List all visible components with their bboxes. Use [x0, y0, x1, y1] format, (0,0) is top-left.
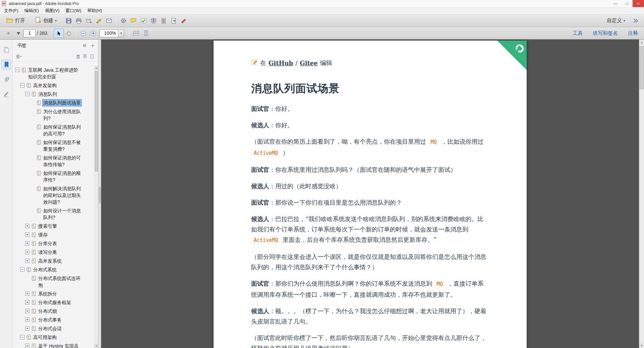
- zoom-in-button[interactable]: [88, 28, 98, 38]
- expand-icon[interactable]: +: [25, 300, 30, 304]
- panel-menu-icon[interactable]: ▾: [89, 42, 96, 49]
- hand-tool-button[interactable]: [64, 28, 74, 38]
- expand-icon[interactable]: +: [25, 318, 30, 322]
- scrollbar-thumb[interactable]: [640, 46, 644, 89]
- redact-button[interactable]: [159, 16, 169, 25]
- scroll-down-icon[interactable]: ▼: [639, 343, 644, 348]
- zoom-dropdown-button[interactable]: ▾: [118, 29, 124, 37]
- splitter-grip[interactable]: [99, 187, 101, 203]
- protect-button[interactable]: [149, 16, 159, 25]
- sign-button[interactable]: [94, 16, 104, 25]
- tools-tab[interactable]: 工具: [573, 30, 583, 37]
- scroll-up-icon[interactable]: ▲: [95, 66, 98, 70]
- document-scrollbar[interactable]: ▲ ▼: [639, 40, 644, 348]
- collapse-icon[interactable]: −: [20, 83, 24, 87]
- bookmark-item[interactable]: +基于 Hystrix 实现高可用: [12, 342, 94, 348]
- collapse-icon[interactable]: −: [25, 92, 30, 96]
- bookmark-item[interactable]: 分布式系统面试连环炮: [12, 274, 94, 289]
- bookmark-item[interactable]: +缓存: [12, 230, 94, 239]
- expand-icon[interactable]: +: [25, 291, 30, 296]
- bookmark-item[interactable]: −高可用架构: [12, 333, 94, 342]
- print-button[interactable]: [74, 16, 84, 25]
- zoom-level-value[interactable]: 100%: [100, 29, 118, 37]
- expand-icon[interactable]: +: [25, 232, 30, 237]
- comment-tab[interactable]: 注释: [628, 30, 638, 37]
- bookmark-item[interactable]: +系统拆分: [12, 289, 94, 298]
- bookmark-item[interactable]: +高并发系统: [12, 257, 94, 265]
- expand-icon[interactable]: +: [25, 250, 30, 254]
- bookmark-item[interactable]: 如何解决消息队列的延时以及过期失效问题?: [12, 184, 94, 206]
- expand-icon[interactable]: +: [25, 241, 30, 246]
- customize-button[interactable]: 自定义 ▾: [604, 16, 628, 25]
- page-number-input[interactable]: [23, 29, 36, 37]
- collapse-panel-icon[interactable]: [81, 42, 88, 49]
- edit-button[interactable]: [179, 16, 189, 25]
- create-button[interactable]: 创建 ▾: [32, 15, 59, 26]
- expand-icon[interactable]: +: [25, 224, 30, 228]
- signatures-panel-button[interactable]: [1, 89, 11, 99]
- expand-icon[interactable]: +: [25, 309, 30, 313]
- bookmark-item[interactable]: +分布式事务: [12, 316, 94, 324]
- scroll-down-icon[interactable]: ▼: [95, 344, 98, 348]
- open-button[interactable]: 打开: [3, 16, 28, 25]
- menu-window[interactable]: 窗口(W): [62, 7, 84, 14]
- menu-file[interactable]: 文件(F): [1, 7, 21, 14]
- page-thumbnails-button[interactable]: [1, 45, 11, 55]
- menu-view[interactable]: 视图(V): [42, 7, 62, 14]
- previous-page-button[interactable]: [3, 28, 13, 38]
- gitee-link[interactable]: Gitee: [300, 60, 317, 67]
- bookmark-item[interactable]: 如何保证消息的顺序性?: [12, 169, 94, 184]
- maximize-button[interactable]: □: [621, 0, 633, 7]
- settings-button[interactable]: [118, 16, 128, 25]
- comment-button[interactable]: [128, 16, 138, 25]
- minimize-button[interactable]: —: [610, 0, 621, 7]
- bookmark-item[interactable]: +搜索引擎: [12, 222, 94, 230]
- bookmark-item[interactable]: 如何保证消息队列的高可用?: [12, 123, 94, 138]
- bookmark-item[interactable]: −消息队列: [12, 90, 94, 98]
- expand-icon[interactable]: +: [25, 326, 30, 331]
- fill-sign-tab[interactable]: 填写和签名: [593, 30, 618, 37]
- bookmark-item[interactable]: +分布式服务框架: [12, 298, 94, 307]
- scroll-up-icon[interactable]: ▲: [639, 40, 644, 45]
- panel-splitter[interactable]: [99, 40, 101, 348]
- scrollbar-thumb[interactable]: [95, 71, 98, 171]
- bookmarks-panel-button[interactable]: [1, 60, 11, 70]
- bookmark-item[interactable]: +分布式锁: [12, 307, 94, 316]
- next-page-button[interactable]: [13, 28, 23, 38]
- attachments-panel-button[interactable]: [1, 74, 11, 84]
- bookmarks-scrollbar[interactable]: ▲ ▼: [94, 66, 98, 348]
- bookmark-item[interactable]: +分库分表: [12, 239, 94, 248]
- send-mail-button[interactable]: [84, 16, 94, 25]
- bookmark-item[interactable]: −分布式系统: [12, 265, 94, 274]
- bookmark-item[interactable]: 如何保证消息不被重复消费?: [12, 138, 94, 153]
- collapse-icon[interactable]: −: [20, 335, 24, 339]
- export-button[interactable]: [169, 16, 179, 25]
- fit-width-button[interactable]: [131, 28, 141, 38]
- new-bookmark-button[interactable]: [81, 53, 89, 60]
- collapse-icon[interactable]: −: [15, 68, 19, 72]
- bookmark-item[interactable]: +读写分离: [12, 248, 94, 257]
- bookmark-item[interactable]: −高并发架构: [12, 81, 94, 90]
- select-tool-button[interactable]: [54, 28, 64, 38]
- bookmark-item[interactable]: 消息队列面试场景: [12, 98, 94, 107]
- expand-icon[interactable]: +: [25, 259, 30, 263]
- collapse-icon[interactable]: −: [20, 267, 24, 272]
- toolbar-expand-button[interactable]: [631, 16, 641, 25]
- expand-bookmark-button[interactable]: [89, 53, 96, 60]
- bookmark-item[interactable]: 如何保证消息的可靠性传输?: [12, 153, 94, 169]
- save-button[interactable]: [64, 16, 74, 25]
- approve-button[interactable]: [138, 16, 149, 25]
- bookmark-item[interactable]: +分布式会话: [12, 324, 94, 333]
- menu-edit[interactable]: 编辑(E): [21, 7, 42, 14]
- bookmark-item[interactable]: 如何设计一个消息队列?: [12, 206, 94, 222]
- bookmark-item[interactable]: 为什么使用消息队列?: [12, 107, 94, 123]
- close-button[interactable]: ×: [633, 0, 644, 7]
- email-button[interactable]: [104, 16, 114, 25]
- zoom-out-button[interactable]: [78, 28, 88, 38]
- expand-icon[interactable]: +: [25, 344, 30, 348]
- options-menu-button[interactable]: [15, 53, 22, 60]
- menu-help[interactable]: 帮助(H): [84, 7, 105, 14]
- bookmark-item[interactable]: −互联网 Java 工程师进阶知识完全扫盲: [12, 66, 94, 81]
- github-link[interactable]: GitHub: [269, 60, 293, 67]
- fit-page-button[interactable]: [141, 28, 151, 38]
